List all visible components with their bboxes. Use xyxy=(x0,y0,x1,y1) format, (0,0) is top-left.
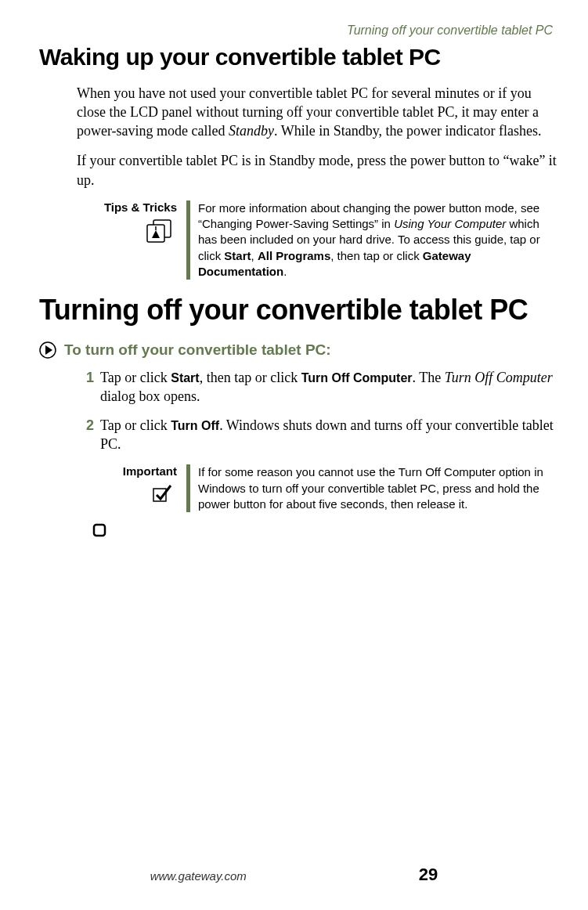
callout-label-column: Tips & Tricks xyxy=(92,200,186,280)
text-run: dialog box opens. xyxy=(100,388,200,404)
body-paragraph: If your convertible tablet PC is in Stan… xyxy=(77,151,557,190)
play-icon xyxy=(39,341,56,359)
text-bold: Turn Off Computer xyxy=(301,371,413,385)
callout-label: Important xyxy=(92,464,177,478)
step-number: 1 xyxy=(86,368,94,406)
text-run: Tap or click xyxy=(100,417,171,433)
task-title: To turn off your convertible tablet PC: xyxy=(39,341,557,359)
callout-tips-tricks: Tips & Tricks For more information about… xyxy=(92,200,557,280)
text-run: Tap or click xyxy=(100,370,171,385)
text-run: , then tap or click xyxy=(330,249,423,262)
step-text: Tap or click Turn Off. Windows shuts dow… xyxy=(100,416,557,454)
text-bold: Start xyxy=(171,371,199,385)
page-footer: www.gateway.com 29 xyxy=(0,865,588,885)
callout-body: If for some reason you cannot use the Tu… xyxy=(190,464,557,512)
callout-label: Tips & Tricks xyxy=(92,200,177,214)
chapter-heading-turning-off: Turning off your convertible tablet PC xyxy=(39,295,557,326)
callout-label-column: Important xyxy=(92,464,186,512)
text-run: , then tap or click xyxy=(200,370,301,385)
text-bold: Turn Off xyxy=(171,419,219,432)
step-item: 1 Tap or click Start, then tap or click … xyxy=(86,368,557,406)
text-run: , xyxy=(251,249,258,262)
text-run: . xyxy=(283,265,287,278)
step-number: 2 xyxy=(86,416,94,454)
text-bold: All Programs xyxy=(258,249,330,262)
running-header: Turning off your convertible tablet PC xyxy=(39,23,557,38)
text-italic: Turn Off Computer xyxy=(445,370,553,385)
step-text: Tap or click Start, then tap or click Tu… xyxy=(100,368,557,406)
callout-body: For more information about changing the … xyxy=(190,200,557,280)
tips-icon xyxy=(92,218,177,244)
page-number: 29 xyxy=(419,865,438,885)
step-item: 2 Tap or click Turn Off. Windows shuts d… xyxy=(86,416,557,454)
svg-rect-5 xyxy=(94,525,105,536)
callout-important: Important If for some reason you cannot … xyxy=(92,464,557,512)
stop-icon xyxy=(92,523,106,537)
text-run: . The xyxy=(413,370,445,385)
footer-url: www.gateway.com xyxy=(150,869,247,883)
task-title-text: To turn off your convertible tablet PC: xyxy=(64,341,331,359)
checkbox-icon xyxy=(92,482,177,503)
body-paragraph: When you have not used your convertible … xyxy=(77,84,557,141)
text-bold: Start xyxy=(224,249,251,262)
end-task-marker xyxy=(92,523,557,540)
text-run: . While in Standby, the power indicator … xyxy=(274,123,541,139)
text-italic: Standby xyxy=(229,123,274,139)
section-heading-waking: Waking up your convertible tablet PC xyxy=(39,44,557,71)
text-italic: Using Your Computer xyxy=(394,217,506,230)
